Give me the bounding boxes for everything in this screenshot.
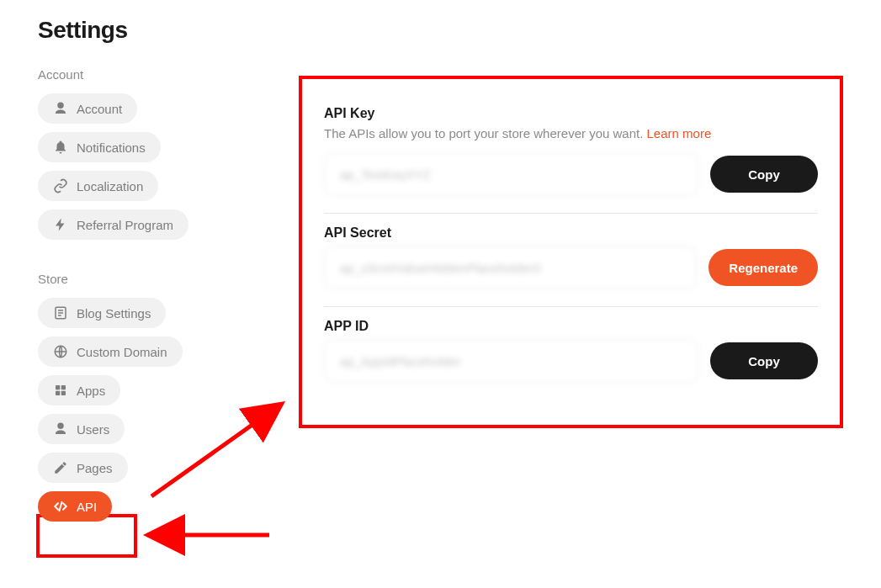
- main-content: API Key The APIs allow you to port your …: [299, 17, 843, 554]
- sidebar-item-label: Referral Program: [77, 218, 173, 232]
- bolt-icon: [53, 217, 68, 232]
- api-secret-label: API Secret: [324, 225, 818, 241]
- svg-line-9: [60, 502, 62, 511]
- sidebar-item-label: Blog Settings: [77, 306, 151, 320]
- sidebar-item-label: Custom Domain: [77, 345, 167, 359]
- svg-rect-6: [61, 385, 66, 389]
- sidebar-item-label: Pages: [77, 461, 113, 475]
- section-label-store: Store: [38, 272, 265, 286]
- copy-app-id-button[interactable]: Copy: [710, 342, 818, 379]
- sidebar-item-apps[interactable]: Apps: [38, 375, 120, 405]
- sidebar-item-blog[interactable]: Blog Settings: [38, 298, 166, 328]
- api-key-description: The APIs allow you to port your store wh…: [324, 126, 818, 140]
- svg-rect-8: [61, 391, 66, 395]
- nav-group-account: Account Account Notifications Localizati…: [38, 67, 265, 248]
- sidebar-item-localization[interactable]: Localization: [38, 171, 158, 201]
- sidebar-item-label: Account: [77, 102, 122, 116]
- sidebar-item-notifications[interactable]: Notifications: [38, 132, 161, 162]
- api-secret-field[interactable]: ap_s3cretValueHiddenPlaceholder0: [324, 246, 697, 289]
- sidebar-item-api[interactable]: API: [38, 491, 112, 522]
- sidebar-item-users[interactable]: Users: [38, 414, 125, 444]
- learn-more-link[interactable]: Learn more: [647, 126, 712, 140]
- sidebar-item-label: Apps: [77, 384, 105, 398]
- app-id-block: APP ID ap_AppIdPlaceholder Copy: [324, 307, 818, 400]
- sidebar-item-domain[interactable]: Custom Domain: [38, 336, 183, 367]
- link-icon: [53, 178, 68, 193]
- copy-api-key-button[interactable]: Copy: [710, 156, 818, 193]
- sidebar-item-label: Users: [77, 422, 109, 437]
- grid-icon: [53, 383, 68, 398]
- globe-icon: [53, 344, 68, 359]
- pen-icon: [53, 460, 68, 475]
- sidebar-item-label: Notifications: [77, 140, 146, 155]
- bell-icon: [53, 140, 68, 155]
- svg-rect-7: [56, 391, 60, 395]
- settings-sidebar: Settings Account Account Notifications: [38, 17, 265, 554]
- doc-icon: [53, 305, 68, 320]
- code-icon: [53, 499, 68, 514]
- section-label-account: Account: [38, 67, 265, 82]
- person-icon: [53, 421, 68, 437]
- sidebar-item-account[interactable]: Account: [38, 93, 137, 124]
- api-panel-highlight: API Key The APIs allow you to port your …: [299, 76, 843, 428]
- sidebar-item-label: API: [77, 500, 97, 514]
- sidebar-item-referral[interactable]: Referral Program: [38, 209, 188, 240]
- api-key-field[interactable]: ap_TestKeyXYZ: [324, 152, 698, 196]
- regenerate-secret-button[interactable]: Regenerate: [709, 249, 818, 286]
- page-title: Settings: [38, 17, 265, 44]
- api-secret-block: API Secret ap_s3cretValueHiddenPlacehold…: [324, 214, 818, 307]
- nav-group-store: Store Blog Settings Custom Domain Apps: [38, 272, 265, 530]
- svg-rect-5: [56, 385, 60, 389]
- sidebar-item-pages[interactable]: Pages: [38, 453, 128, 483]
- api-key-label: API Key: [324, 106, 818, 121]
- sidebar-item-label: Localization: [77, 179, 143, 193]
- app-id-label: APP ID: [324, 319, 818, 334]
- api-key-block: API Key The APIs allow you to port your …: [324, 94, 818, 214]
- app-id-field[interactable]: ap_AppIdPlaceholder: [324, 339, 698, 383]
- person-icon: [53, 101, 68, 116]
